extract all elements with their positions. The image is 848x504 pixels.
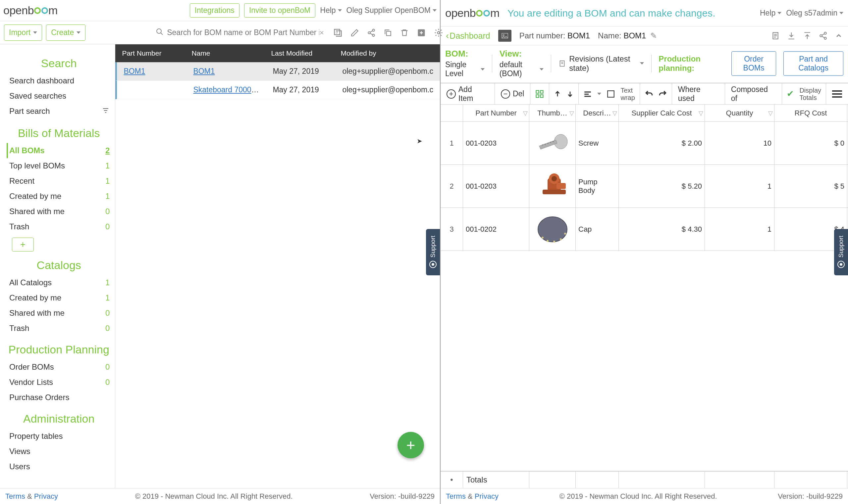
cell-thumbnail[interactable] [529,122,576,164]
sidebar-item-all-boms[interactable]: All BOMs2 [6,143,111,158]
view-dropdown[interactable]: default (BOM) [500,60,543,78]
col-modified-by[interactable]: Modified by [334,49,440,57]
help-dropdown[interactable]: Help [320,6,342,15]
filter-icon[interactable]: ▽ [612,110,617,117]
cell-thumbnail[interactable] [529,208,576,251]
col-part-number[interactable]: Part Number▽ [463,105,529,122]
cell-part-number[interactable]: 001-0203 [463,122,529,164]
back-dashboard-link[interactable]: ‹Dashboard [446,31,490,41]
display-totals-toggle[interactable]: DisplayTotals [799,87,821,101]
copy-icon[interactable] [384,29,392,37]
sidebar-item-catalogs-trash[interactable]: Trash0 [6,321,111,336]
cell-quantity[interactable]: 1 [705,165,775,208]
col-rfq-cost[interactable]: RFQ Cost [775,105,847,122]
support-tab[interactable]: Support [834,229,848,275]
sidebar-item-saved-searches[interactable]: Saved searches [6,88,111,104]
redo-icon[interactable] [659,90,667,98]
cell-part-number[interactable]: 001-0202 [463,208,529,251]
align-icon[interactable] [583,90,592,98]
sidebar-item-created-by-me[interactable]: Created by me1 [6,188,111,204]
sidebar-item-views[interactable]: Views [6,444,111,459]
name-link[interactable]: BOM1 [193,67,215,75]
col-supplier-calc-cost[interactable]: Supplier Calc Cost▽ [619,105,705,122]
sidebar-item-part-search[interactable]: Part search [6,104,111,120]
cell-rfq-cost[interactable]: $ 0 [775,122,847,164]
filter-icon[interactable] [102,107,110,116]
cell-description[interactable]: Cap [576,208,619,251]
cell-supplier-cost[interactable]: $ 4.30 [619,208,705,251]
download-icon[interactable] [787,32,796,40]
integrations-button[interactable]: Integrations [190,3,240,18]
invite-button[interactable]: Invite to openBoM [244,3,315,18]
part-catalogs-button[interactable]: Part and Catalogs [783,51,843,76]
filter-icon[interactable]: ▽ [569,110,574,117]
cell-quantity[interactable]: 1 [705,208,775,251]
chevron-down-icon[interactable] [597,93,601,95]
terms-link[interactable]: Terms [446,492,466,500]
grid-view-icon[interactable] [535,89,544,98]
col-description[interactable]: Descri…▽ [576,105,619,122]
cell-supplier-cost[interactable]: $ 2.00 [619,122,705,164]
cell-thumbnail[interactable] [529,165,576,208]
sidebar-item-recent[interactable]: Recent1 [6,174,111,188]
revisions-dropdown[interactable]: Revisions (Latest state) [558,54,644,73]
delete-item-button[interactable]: −Del [495,84,531,104]
col-part-number[interactable]: Part Number [115,49,185,57]
filter-icon[interactable]: ▽ [768,110,773,117]
move-up-icon[interactable] [554,90,561,98]
user-dropdown[interactable]: Oleg Supplier OpenBOM [346,6,437,15]
add-bom-button[interactable]: + [12,238,34,252]
cell-description[interactable]: Screw [576,122,619,164]
multi-select-icon[interactable]: 3 [333,28,343,37]
order-boms-button[interactable]: Order BOMs [731,51,776,76]
doc-icon[interactable] [771,32,780,40]
bom-level-dropdown[interactable]: Single Level [445,60,485,78]
table-row[interactable]: BOM1 BOM1 May 27, 2019 oleg+supplier@ope… [115,62,440,81]
sidebar-item-top-level-boms[interactable]: Top level BOMs1 [6,158,111,174]
terms-link[interactable]: Terms [5,492,25,500]
upload-icon[interactable] [803,32,812,40]
name-link[interactable]: Skateboard 7000 Single L… [193,85,266,94]
create-button[interactable]: Create [46,24,85,41]
add-box-icon[interactable] [417,28,426,37]
share-icon[interactable] [367,29,376,37]
sidebar-item-users[interactable]: Users [6,459,111,474]
move-down-icon[interactable] [567,90,574,98]
checkbox-icon[interactable] [607,90,615,98]
table-row[interactable]: Skateboard 7000 Single L… May 27, 2019 o… [115,81,440,99]
undo-icon[interactable] [645,90,653,98]
pn-link[interactable]: BOM1 [124,67,145,75]
logo[interactable]: openbm [3,4,58,17]
search-input[interactable] [167,28,319,37]
user-dropdown[interactable]: Oleg s57admin [786,8,843,18]
grid-row[interactable]: 1 001-0203 Screw $ 2.00 10 $ 0 [440,122,848,165]
edit-name-icon[interactable]: ✎ [648,31,657,40]
support-tab[interactable]: Support [426,229,440,275]
sidebar-item-catalogs-created-by-me[interactable]: Created by me1 [6,290,111,305]
sidebar-item-order-boms[interactable]: Order BOMs0 [6,359,111,375]
sidebar-item-all-catalogs[interactable]: All Catalogs1 [6,275,111,290]
import-button[interactable]: Import [4,24,42,41]
sidebar-item-vendor-lists[interactable]: Vendor Lists0 [6,375,111,390]
logo[interactable]: openbm [445,6,500,19]
image-icon[interactable] [498,30,512,42]
sidebar-item-trash[interactable]: Trash0 [6,219,111,234]
composed-of-button[interactable]: Composed of [725,84,782,104]
share-icon[interactable] [819,32,828,40]
sidebar-item-search-dashboard[interactable]: Search dashboard [6,73,111,88]
fab-add-button[interactable]: + [398,432,424,458]
filter-icon[interactable]: ▽ [698,110,703,117]
col-name[interactable]: Name [185,49,264,57]
sidebar-item-catalogs-shared-with-me[interactable]: Shared with me0 [6,305,111,321]
sidebar-item-purchase-orders[interactable]: Purchase Orders [6,390,111,405]
col-quantity[interactable]: Quantity▽ [705,105,775,122]
sidebar-item-shared-with-me[interactable]: Shared with me0 [6,204,111,219]
edit-icon[interactable] [350,29,359,37]
clear-icon[interactable]: × [319,28,324,37]
help-dropdown[interactable]: Help [760,8,781,18]
menu-icon[interactable] [826,90,848,97]
cell-rfq-cost[interactable]: $ 5 [775,165,847,208]
privacy-link[interactable]: Privacy [475,492,499,500]
collapse-icon[interactable] [835,32,843,40]
cell-supplier-cost[interactable]: $ 5.20 [619,165,705,208]
